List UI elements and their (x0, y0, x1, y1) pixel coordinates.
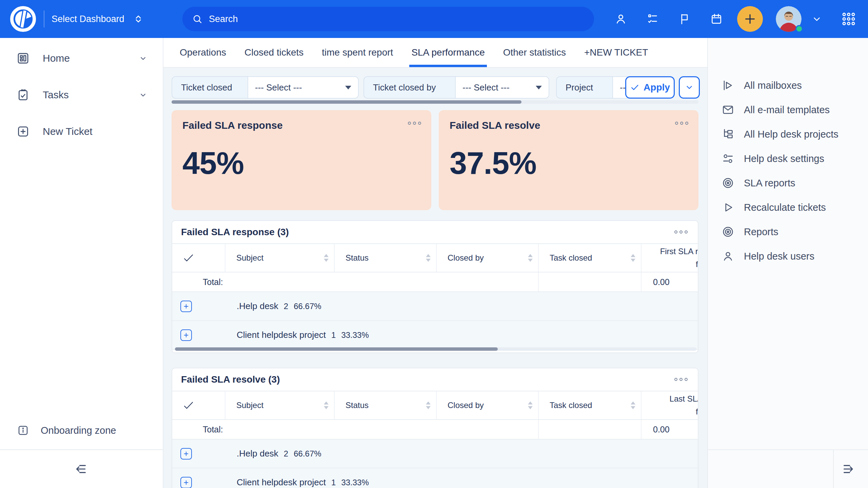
search-icon (192, 14, 203, 24)
column-header-subject[interactable]: Subject (225, 391, 335, 419)
filter-project: Project -- (556, 76, 633, 99)
create-new-button[interactable] (737, 6, 763, 32)
search-input[interactable]: Search (182, 7, 594, 31)
menu-item-sla-reports[interactable]: SLA reports (708, 171, 868, 195)
expand-right-icon[interactable] (840, 461, 856, 477)
calendar-icon[interactable] (710, 13, 723, 25)
menu-item-reports[interactable]: Reports (708, 220, 868, 244)
sort-icon[interactable] (426, 402, 431, 409)
dashboard-selector-label: Select Dashboard (52, 14, 124, 24)
dashboard-tabs: Operations Closed tickets time spent rep… (163, 38, 707, 68)
chevron-down-icon[interactable] (812, 14, 822, 24)
expand-group-button[interactable] (180, 448, 192, 460)
menu-item-help-desk-projects[interactable]: All Help desk projects (708, 122, 868, 146)
dashboard-selector[interactable]: Select Dashboard (52, 0, 143, 38)
app-logo-icon[interactable] (8, 4, 38, 34)
table-group-row[interactable]: .Help desk 2 66.67% (172, 292, 698, 321)
column-header-status[interactable]: Status (335, 391, 437, 419)
column-header-status[interactable]: Status (335, 244, 437, 272)
ticket-closed-by-select[interactable]: --- Select --- (455, 77, 549, 98)
menu-item-label: Recalculate tickets (744, 202, 826, 213)
expand-group-button[interactable] (180, 477, 192, 488)
panel-title: Failed SLA response (3) (181, 227, 289, 238)
kpi-failed-sla-response: Failed SLA response 45% (172, 110, 431, 210)
column-header-closed-by[interactable]: Closed by (437, 244, 539, 272)
sort-icon[interactable] (528, 402, 533, 409)
group-percent: 33.33% (341, 478, 369, 487)
check-icon (182, 252, 195, 264)
sort-icon[interactable] (324, 402, 329, 409)
column-header-first-sla[interactable]: First SLA re fu (642, 244, 698, 272)
select-all-checkbox[interactable] (172, 391, 225, 419)
menu-item-help-desk-users[interactable]: Help desk users (708, 244, 868, 268)
expand-group-button[interactable] (180, 329, 192, 341)
info-icon (17, 424, 29, 436)
sidebar-item-new-ticket[interactable]: New Ticket (0, 113, 163, 150)
apply-options-button[interactable] (679, 76, 700, 99)
table-group-row[interactable]: Client helpdesk project 1 33.33% (172, 321, 698, 350)
table-header-row: Subject Status Closed by Task closed Las… (172, 391, 698, 420)
table-group-row[interactable]: Client helpdesk project 1 33.33% (172, 468, 698, 488)
table-horizontal-scrollbar[interactable] (175, 347, 696, 351)
collapse-left-icon[interactable] (74, 461, 89, 477)
chevron-down-icon[interactable] (138, 90, 148, 100)
column-header-closed-by[interactable]: Closed by (437, 391, 539, 419)
main-content: Operations Closed tickets time spent rep… (163, 38, 707, 488)
filters-horizontal-scrollbar[interactable] (172, 100, 698, 104)
caret-icon (345, 86, 351, 89)
select-all-checkbox[interactable] (172, 244, 225, 272)
collapse-sidebar-row (0, 450, 163, 488)
menu-item-all-mailboxes[interactable]: All mailboxes (708, 73, 868, 98)
ticket-closed-select[interactable]: --- Select --- (248, 77, 358, 98)
column-header-task-closed[interactable]: Task closed (539, 244, 642, 272)
menu-item-help-desk-settings[interactable]: Help desk settings (708, 146, 868, 171)
plus-icon (182, 478, 191, 487)
chevron-down-icon[interactable] (138, 54, 148, 63)
scrollbar-thumb[interactable] (172, 100, 521, 104)
sort-icon[interactable] (631, 254, 635, 262)
apply-button[interactable]: Apply (625, 76, 675, 99)
caret-icon (536, 86, 542, 89)
sidebar-item-home[interactable]: Home (0, 40, 163, 77)
column-header-last-sla[interactable]: Last SLA fu (642, 391, 698, 419)
search-placeholder: Search (209, 14, 238, 24)
checklist-icon[interactable] (646, 13, 659, 25)
sort-icon[interactable] (528, 254, 533, 262)
panel-menu-icon[interactable] (674, 378, 688, 381)
sort-icon[interactable] (631, 402, 635, 409)
table-group-row[interactable]: .Help desk 2 66.67% (172, 440, 698, 468)
avatar[interactable] (776, 6, 802, 32)
left-sidebar-footer: Onboarding zone (0, 411, 163, 488)
sidebar-item-tasks[interactable]: Tasks (0, 77, 163, 113)
tab-new-ticket[interactable]: +NEW TICKET (584, 38, 648, 67)
apply-button-group: Apply (625, 76, 700, 99)
expand-group-button[interactable] (180, 301, 192, 312)
flag-icon[interactable] (678, 13, 691, 25)
apps-grid-icon[interactable] (841, 11, 856, 27)
card-menu-icon[interactable] (408, 122, 421, 125)
scrollbar-thumb[interactable] (175, 347, 498, 351)
left-sidebar-nav: Home Tasks New Ticket (0, 38, 163, 150)
tab-time-spent-report[interactable]: time spent report (322, 38, 393, 67)
kpi-cards: Failed SLA response 45% Failed SLA resol… (172, 110, 698, 210)
filter-label: Ticket closed (172, 77, 248, 98)
tab-closed-tickets[interactable]: Closed tickets (244, 38, 303, 67)
plus-icon (743, 12, 757, 26)
column-header-subject[interactable]: Subject (225, 244, 335, 272)
kpi-title: Failed SLA response (182, 120, 420, 131)
sort-icon[interactable] (426, 254, 431, 262)
group-count: 1 (331, 478, 336, 487)
group-percent: 66.67% (294, 302, 321, 311)
filter-label: Ticket closed by (364, 77, 455, 98)
column-header-task-closed[interactable]: Task closed (539, 391, 642, 419)
onboarding-zone-item[interactable]: Onboarding zone (0, 411, 163, 449)
tab-other-statistics[interactable]: Other statistics (503, 38, 566, 67)
menu-item-recalculate-tickets[interactable]: Recalculate tickets (708, 195, 868, 220)
menu-item-email-templates[interactable]: All e-mail templates (708, 98, 868, 122)
tab-operations[interactable]: Operations (180, 38, 226, 67)
panel-menu-icon[interactable] (674, 230, 688, 233)
card-menu-icon[interactable] (675, 122, 688, 125)
sort-icon[interactable] (324, 254, 329, 262)
tab-sla-performance[interactable]: SLA performance (411, 38, 485, 67)
user-icon[interactable] (614, 13, 627, 25)
